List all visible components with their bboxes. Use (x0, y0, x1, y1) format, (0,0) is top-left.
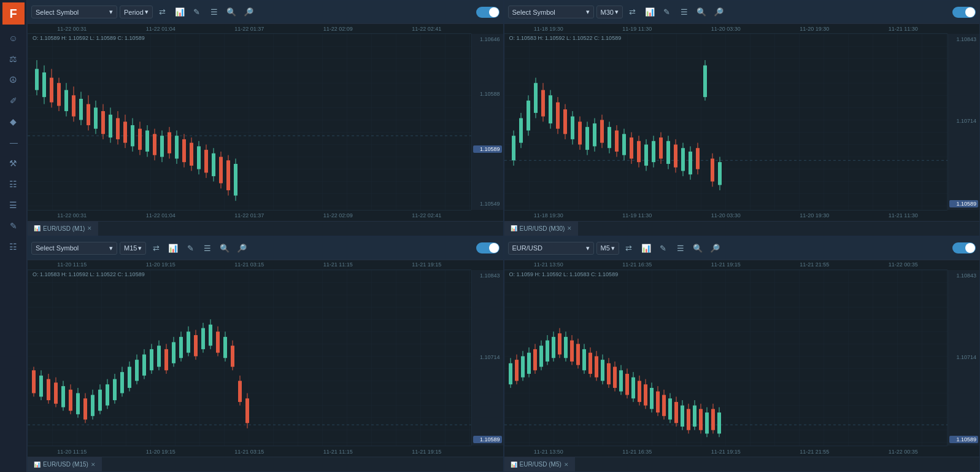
swap-btn-tl[interactable]: ⇄ (155, 5, 170, 20)
pen-btn-tr[interactable]: ✎ (660, 5, 674, 20)
chart-panel-bottom-right: EUR/USD ▾ M5 ▾ ⇄ 📊 ✎ ☰ 🔍 🔎 11- (504, 236, 981, 473)
svg-rect-51 (212, 153, 215, 176)
timestamps-bottom-tr: 11-18 19:30 11-19 11:30 11-20 03:30 11-2… (504, 210, 948, 221)
svg-rect-139 (98, 389, 102, 410)
app-logo[interactable]: F (2, 2, 25, 25)
indicators-btn-tl[interactable]: ☰ (207, 5, 222, 20)
period-select-bottom-right[interactable]: M5 ▾ (596, 242, 619, 255)
svg-rect-223 (631, 377, 635, 398)
price-mid-br: 1.10714 (949, 354, 978, 360)
svg-rect-109 (689, 152, 692, 174)
sidebar-icon-calendar[interactable]: ☷ (2, 174, 25, 194)
toggle-br[interactable] (952, 242, 976, 253)
zoom-out-btn-tr[interactable]: 🔎 (711, 5, 726, 20)
svg-rect-249 (711, 409, 715, 430)
sidebar-icon-balance[interactable]: ⚖ (2, 49, 25, 69)
zoom-out-btn-bl[interactable]: 🔎 (234, 241, 249, 255)
price-high-tl: 1.10646 (473, 36, 502, 42)
price-axis-tr: 1.10843 1.10714 1.10589 (947, 34, 979, 210)
ohlc-br: O: 1.1059 H: 1.10592 L: 1.10583 C: 1.105… (509, 271, 619, 277)
indicators-btn-tr[interactable]: ☰ (677, 5, 692, 20)
sidebar-icon-person[interactable]: ☺ (2, 28, 25, 48)
line-chart-btn-br[interactable]: 📊 (639, 241, 654, 255)
zoom-in-btn-bl[interactable]: 🔍 (217, 241, 232, 255)
svg-rect-37 (160, 136, 164, 157)
svg-rect-15 (79, 99, 83, 120)
svg-rect-147 (128, 366, 131, 387)
indicators-btn-bl[interactable]: ☰ (200, 241, 215, 255)
chart-body-top-left[interactable]: 11-22 00:31 11-22 01:04 11-22 01:37 11-2… (28, 24, 503, 221)
ohlc-bl: O: 1.10583 H: 1.10592 L: 1.10522 C: 1.10… (33, 271, 145, 277)
ohlc-tl: O: 1.10589 H: 1.10592 L: 1.10589 C: 1.10… (33, 35, 145, 41)
chart-panel-top-left: Select Symbol ▾ Period ▾ ⇄ 📊 ✎ ☰ 🔍 🔎 (27, 0, 504, 236)
sidebar-icon-draw[interactable]: ✎ (2, 216, 25, 236)
sidebar-icon-tools[interactable]: ⚒ (2, 153, 25, 173)
tab-close-tr[interactable]: ✕ (567, 225, 572, 231)
sidebar-icon-grid[interactable]: ☷ (2, 237, 25, 257)
sidebar-icon-camera[interactable]: ☮ (2, 70, 25, 90)
sidebar-icon-education[interactable]: ◆ (2, 112, 25, 131)
price-axis-bl: 1.10843 1.10714 1.10589 (471, 270, 503, 446)
svg-rect-243 (693, 405, 696, 426)
swap-btn-bl[interactable]: ⇄ (149, 241, 163, 255)
svg-rect-81 (585, 127, 589, 150)
pen-btn-tl[interactable]: ✎ (190, 5, 204, 20)
price-high-bl: 1.10843 (473, 273, 502, 279)
sidebar-icon-crypto[interactable]: ⸻ (2, 133, 25, 152)
tab-close-bl[interactable]: ✕ (91, 462, 96, 468)
toggle-tr[interactable] (952, 7, 976, 18)
swap-btn-br[interactable]: ⇄ (622, 241, 636, 255)
swap-btn-tr[interactable]: ⇄ (625, 5, 640, 20)
svg-rect-195 (546, 340, 549, 361)
chart-body-top-right[interactable]: 11-18 19:30 11-19 11:30 11-20 03:30 11-2… (504, 24, 980, 221)
svg-rect-137 (91, 395, 95, 416)
toggle-bl[interactable] (476, 242, 500, 253)
svg-rect-91 (622, 134, 626, 155)
sidebar: F ☺ ⚖ ☮ ✐ ◆ ⸻ ⚒ ☷ ☰ ✎ ☷ (0, 0, 27, 472)
chart-body-bottom-left[interactable]: 11-20 11:15 11-20 19:15 11-21 03:15 11-2… (28, 260, 503, 457)
svg-rect-41 (175, 136, 179, 158)
tab-close-br[interactable]: ✕ (564, 462, 569, 468)
chart-body-bottom-right[interactable]: 11-21 13:50 11-21 16:35 11-21 19:15 11-2… (504, 260, 980, 457)
zoom-in-btn-tr[interactable]: 🔍 (694, 5, 709, 20)
svg-rect-247 (705, 412, 709, 433)
zoom-in-btn-br[interactable]: 🔍 (690, 241, 705, 255)
svg-rect-87 (608, 127, 611, 148)
zoom-out-btn-br[interactable]: 🔎 (708, 241, 722, 255)
period-select-bottom-left[interactable]: M15 ▾ (120, 242, 146, 255)
period-select-top-right[interactable]: M30 ▾ (596, 6, 623, 18)
svg-rect-169 (209, 324, 212, 345)
svg-rect-161 (179, 336, 183, 357)
symbol-select-top-right[interactable]: Select Symbol ▾ (508, 6, 594, 18)
tab-close-tl[interactable]: ✕ (87, 225, 92, 231)
toggle-knob-tl (489, 7, 499, 17)
pen-btn-bl[interactable]: ✎ (183, 241, 198, 255)
svg-rect-5 (42, 72, 46, 97)
zoom-in-btn-tl[interactable]: 🔍 (224, 5, 239, 20)
svg-rect-118 (28, 270, 471, 446)
svg-rect-123 (39, 375, 43, 396)
tab-label-br: EUR/USD (M5) (520, 461, 561, 468)
svg-rect-185 (515, 360, 519, 381)
zoom-out-btn-tl[interactable]: 🔎 (241, 5, 256, 20)
sidebar-icon-news[interactable]: ☰ (2, 195, 25, 215)
price-current-tr: 1.10589 (949, 200, 978, 207)
period-select-top-left[interactable]: Period ▾ (120, 6, 153, 18)
line-chart-btn-bl[interactable]: 📊 (166, 241, 180, 255)
line-chart-btn-tr[interactable]: 📊 (642, 5, 657, 20)
tab-item-br[interactable]: 📊 EUR/USD (M5) ✕ (504, 457, 576, 471)
tab-item-bl[interactable]: 📊 EUR/USD (M15) ✕ (28, 457, 102, 471)
tab-item-tr[interactable]: 📊 EUR/USD (M30) ✕ (504, 222, 579, 236)
symbol-select-bottom-right[interactable]: EUR/USD ▾ (508, 242, 594, 255)
pen-btn-br[interactable]: ✎ (656, 241, 671, 255)
tab-item-tl[interactable]: 📊 EUR/USD (M1) ✕ (28, 222, 99, 236)
svg-rect-229 (650, 387, 654, 408)
candlestick-svg-tr (504, 34, 948, 210)
symbol-select-top-left[interactable]: Select Symbol ▾ (31, 6, 117, 18)
symbol-select-bottom-left[interactable]: Select Symbol ▾ (31, 242, 117, 255)
toggle-tl[interactable] (476, 7, 500, 18)
sidebar-icon-chart[interactable]: ✐ (2, 91, 25, 110)
indicators-btn-br[interactable]: ☰ (673, 241, 688, 255)
timestamps-bottom-tl: 11-22 00:31 11-22 01:04 11-22 01:37 11-2… (28, 210, 471, 221)
line-chart-btn-tl[interactable]: 📊 (172, 5, 187, 20)
